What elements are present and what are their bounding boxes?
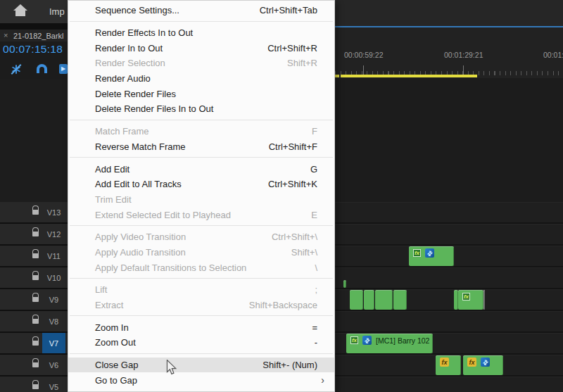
menu-item-shortcut: Shift+R — [287, 58, 317, 68]
menu-item-add-edit[interactable]: Add EditG — [68, 161, 334, 177]
unlock-icon[interactable] — [32, 341, 39, 346]
track-header-v13[interactable]: V13 — [0, 202, 68, 222]
timeline-empty-area — [335, 78, 563, 202]
clip-label: [MC1] Barry 102 — [376, 336, 429, 345]
track-header-v7[interactable]: V7 — [0, 333, 68, 353]
timeline-clip[interactable]: fx⇄ — [409, 246, 454, 266]
menu-item-apply-default-transitions-to-selection: Apply Default Transitions to Selection\ — [68, 260, 334, 275]
track-lanes: fx⇄fxfx⇄[MC1] Barry 102fxfx⇄ — [335, 202, 563, 392]
track-label-v7[interactable]: V7 — [42, 333, 65, 353]
menu-item-trim-edit: Trim Edit — [68, 192, 334, 208]
menu-item-label: Lift — [95, 284, 107, 295]
menu-item-label: Zoom Out — [95, 337, 136, 348]
menu-item-label: Extend Selected Edit to Playhead — [95, 210, 231, 220]
track-label-v11[interactable]: V11 — [42, 246, 65, 266]
menu-item-label: Delete Render Files — [95, 89, 176, 99]
track-header-v11[interactable]: V11 — [0, 246, 68, 266]
timeline-clip[interactable] — [375, 290, 393, 310]
render-status-bar — [335, 75, 339, 77]
track-header-v9[interactable]: V9 — [0, 289, 68, 310]
track-header-v6[interactable]: V6 — [0, 355, 68, 375]
sequence-tab-title[interactable]: 21-0182_Barkl — [13, 32, 64, 40]
unlock-icon[interactable] — [32, 253, 39, 258]
track-label-v12[interactable]: V12 — [42, 224, 65, 244]
unlock-icon[interactable] — [32, 210, 39, 215]
menu-item-shortcut: Shift+- (Num) — [262, 360, 317, 370]
menu-item-label: Render Selection — [95, 58, 165, 68]
timeline-clip[interactable]: fx⇄ — [463, 355, 503, 375]
playhead-timecode[interactable]: 00:07:15:18 — [3, 43, 68, 56]
snap-icon[interactable] — [37, 64, 47, 73]
menu-item-shortcut: Ctrl+Shift+R — [267, 43, 317, 53]
track-header-v5[interactable]: V5 — [0, 377, 68, 392]
unlock-icon[interactable] — [32, 384, 39, 389]
track-label-v10[interactable]: V10 — [42, 267, 65, 288]
menu-item-delete-render-files[interactable]: Delete Render Files — [68, 86, 334, 101]
sequence-tab[interactable]: × 21-0182_Barkl — [0, 30, 68, 42]
menu-item-shortcut: Ctrl+Shift+F — [269, 141, 317, 152]
menu-item-shortcut: F — [312, 126, 317, 137]
menu-item-render-effects-in-to-out[interactable]: Render Effects In to Out — [68, 25, 334, 41]
track-lane-v5 — [335, 377, 563, 392]
menu-item-delete-render-files-in-to-out[interactable]: Delete Render Files In to Out — [68, 101, 334, 117]
clip-fragment[interactable] — [343, 280, 346, 288]
nest-toggle-icon[interactable] — [11, 63, 22, 75]
menu-item-label: Match Frame — [95, 126, 149, 137]
menu-item-extend-selected-edit-to-playhead: Extend Selected Edit to PlayheadE — [68, 207, 334, 222]
time-ruler[interactable]: 00:00:59:2200:01:29:2100:01:29 — [335, 27, 563, 78]
menu-item-shortcut: \ — [315, 263, 317, 273]
menu-item-shortcut: Shift+\ — [291, 247, 317, 258]
timeline-clip[interactable]: fx⇄[MC1] Barry 102 — [346, 334, 433, 353]
menu-item-go-to-gap[interactable]: Go to Gap› — [68, 372, 334, 388]
ruler-timecode-label: 00:00:59:22 — [344, 51, 383, 59]
motion-effect-badge-icon: ⇄ — [425, 248, 434, 258]
motion-effect-badge-icon: ⇄ — [481, 358, 490, 367]
timeline-clip[interactable]: fx — [458, 290, 483, 310]
tab-close-icon[interactable]: × — [4, 31, 8, 39]
menu-item-zoom-in[interactable]: Zoom In= — [68, 320, 334, 335]
menu-item-render-in-to-out[interactable]: Render In to OutCtrl+Shift+R — [68, 40, 334, 56]
menu-item-sequence-settings[interactable]: Sequence Settings...Ctrl+Shift+Tab — [68, 3, 334, 18]
unlock-icon[interactable] — [32, 232, 39, 236]
menu-item-close-gap[interactable]: Close GapShift+- (Num) — [68, 358, 334, 373]
unlock-icon[interactable] — [32, 297, 39, 302]
timeline-clip[interactable] — [393, 290, 407, 310]
sequence-context-menu: Sequence Settings...Ctrl+Shift+TabRender… — [68, 0, 335, 392]
unlock-icon[interactable] — [32, 275, 39, 280]
menu-separator — [68, 154, 334, 161]
track-header-v10[interactable]: V10 — [0, 267, 68, 288]
clip-fragment[interactable] — [483, 290, 485, 310]
track-label-v9[interactable]: V9 — [42, 289, 65, 310]
linked-selection-icon[interactable]: ▶ — [59, 64, 68, 74]
track-header-v12[interactable]: V12 — [0, 224, 68, 244]
menu-item-shortcut: - — [315, 337, 317, 348]
timeline-top-strip — [335, 0, 563, 26]
timeline-clip[interactable]: fx — [436, 355, 461, 375]
motion-effect-badge-icon: ⇄ — [362, 336, 372, 345]
track-label-v8[interactable]: V8 — [42, 311, 65, 331]
menu-item-zoom-out[interactable]: Zoom Out- — [68, 335, 334, 350]
fx-badge-yellow-icon: fx — [467, 358, 476, 367]
unlock-icon[interactable] — [32, 362, 39, 367]
menu-item-reverse-match-frame[interactable]: Reverse Match FrameCtrl+Shift+F — [68, 139, 334, 155]
track-label-v13[interactable]: V13 — [42, 202, 65, 222]
timeline-clip[interactable] — [350, 290, 363, 310]
menu-item-add-edit-to-all-tracks[interactable]: Add Edit to All TracksCtrl+Shift+K — [68, 177, 334, 192]
unlock-icon[interactable] — [32, 319, 39, 324]
track-label-v6[interactable]: V6 — [42, 355, 65, 375]
menu-item-match-frame: Match FrameF — [68, 124, 334, 139]
home-icon[interactable] — [13, 4, 27, 18]
submenu-arrow-icon: › — [321, 375, 324, 385]
workspace-tab-import[interactable]: Imp — [49, 6, 65, 17]
timeline-clip[interactable] — [364, 290, 374, 310]
ruler-timecode-label: 00:01:29:21 — [444, 51, 483, 59]
track-label-v5[interactable]: V5 — [42, 377, 65, 392]
menu-item-label: Go to Gap — [95, 375, 137, 386]
menu-item-render-audio[interactable]: Render Audio — [68, 71, 334, 87]
menu-item-shortcut: = — [312, 322, 317, 333]
menu-item-label: Add Edit — [95, 164, 129, 175]
menu-separator — [68, 350, 334, 358]
menu-item-shortcut: Ctrl+Shift+Tab — [260, 5, 317, 15]
menu-item-shortcut: ; — [315, 284, 317, 295]
track-header-v8[interactable]: V8 — [0, 311, 68, 331]
